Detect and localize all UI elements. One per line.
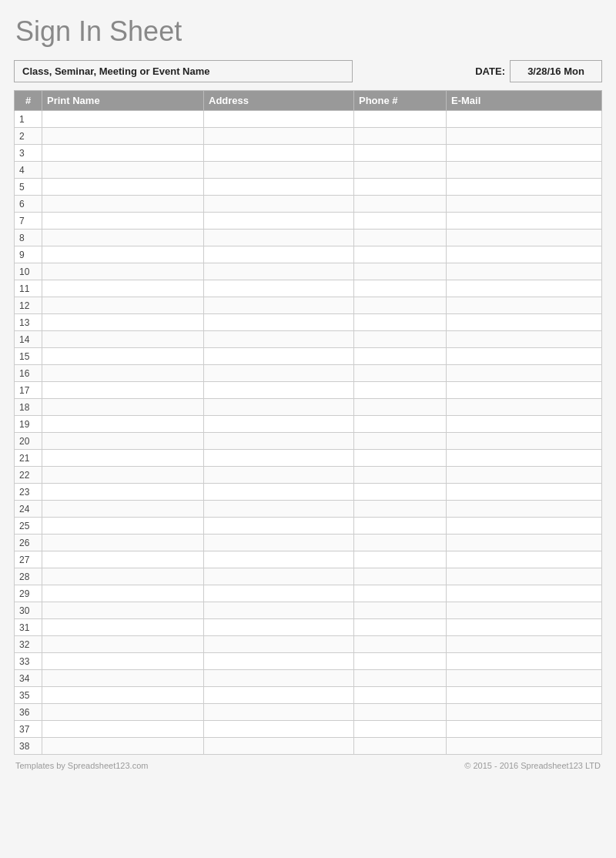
row-address (204, 670, 354, 687)
row-print-name (42, 314, 204, 331)
row-address (204, 145, 354, 162)
row-phone (354, 687, 447, 704)
row-print-name (42, 467, 204, 484)
date-label: DATE: (475, 65, 510, 77)
row-address (204, 348, 354, 365)
row-number: 25 (15, 518, 42, 535)
row-number: 38 (15, 738, 42, 755)
row-phone (354, 297, 447, 314)
row-phone (354, 450, 447, 467)
row-number: 5 (15, 179, 42, 196)
table-row: 21 (15, 450, 602, 467)
row-number: 19 (15, 416, 42, 433)
row-print-name (42, 602, 204, 619)
row-email (447, 619, 602, 636)
row-email (447, 670, 602, 687)
row-email (447, 484, 602, 501)
row-number: 34 (15, 670, 42, 687)
table-row: 1 (15, 111, 602, 128)
row-address (204, 653, 354, 670)
table-row: 10 (15, 263, 602, 280)
row-phone (354, 467, 447, 484)
row-address (204, 433, 354, 450)
table-row: 17 (15, 382, 602, 399)
row-email (447, 128, 602, 145)
row-print-name (42, 348, 204, 365)
row-address (204, 551, 354, 568)
row-print-name (42, 196, 204, 213)
table-row: 14 (15, 331, 602, 348)
table-row: 22 (15, 467, 602, 484)
row-phone (354, 162, 447, 179)
table-row: 25 (15, 518, 602, 535)
row-address (204, 314, 354, 331)
row-print-name (42, 619, 204, 636)
row-phone (354, 670, 447, 687)
row-address (204, 738, 354, 755)
row-number: 18 (15, 399, 42, 416)
row-number: 33 (15, 653, 42, 670)
table-row: 8 (15, 230, 602, 246)
row-number: 14 (15, 331, 42, 348)
table-row: 15 (15, 348, 602, 365)
row-email (447, 179, 602, 196)
table-row: 5 (15, 179, 602, 196)
row-phone (354, 263, 447, 280)
date-value: 3/28/16 Mon (510, 60, 602, 82)
row-print-name (42, 687, 204, 704)
row-print-name (42, 382, 204, 399)
row-email (447, 738, 602, 755)
row-phone (354, 280, 447, 297)
row-email (447, 399, 602, 416)
row-phone (354, 602, 447, 619)
row-address (204, 196, 354, 213)
row-email (447, 246, 602, 263)
row-print-name (42, 551, 204, 568)
row-address (204, 179, 354, 196)
row-phone (354, 704, 447, 721)
row-email (447, 111, 602, 128)
row-number: 8 (15, 230, 42, 246)
row-address (204, 585, 354, 602)
table-row: 35 (15, 687, 602, 704)
row-phone (354, 653, 447, 670)
row-address (204, 280, 354, 297)
row-print-name (42, 297, 204, 314)
row-address (204, 230, 354, 246)
row-print-name (42, 484, 204, 501)
row-phone (354, 213, 447, 230)
row-email (447, 585, 602, 602)
row-address (204, 365, 354, 382)
row-email (447, 501, 602, 518)
row-phone (354, 246, 447, 263)
row-number: 7 (15, 213, 42, 230)
row-number: 23 (15, 484, 42, 501)
event-name-box: Class, Seminar, Meeting or Event Name (14, 60, 353, 82)
row-number: 9 (15, 246, 42, 263)
row-email (447, 348, 602, 365)
table-row: 34 (15, 670, 602, 687)
table-row: 11 (15, 280, 602, 297)
table-row: 7 (15, 213, 602, 230)
table-row: 28 (15, 568, 602, 585)
row-address (204, 721, 354, 738)
table-row: 20 (15, 433, 602, 450)
row-email (447, 314, 602, 331)
row-print-name (42, 280, 204, 297)
row-print-name (42, 738, 204, 755)
row-print-name (42, 585, 204, 602)
row-email (447, 653, 602, 670)
row-address (204, 518, 354, 535)
row-email (447, 230, 602, 246)
row-number: 30 (15, 602, 42, 619)
header-row: Class, Seminar, Meeting or Event Name DA… (14, 60, 602, 82)
col-header-print-name: Print Name (42, 91, 204, 111)
row-number: 13 (15, 314, 42, 331)
row-number: 37 (15, 721, 42, 738)
table-row: 13 (15, 314, 602, 331)
row-email (447, 721, 602, 738)
row-number: 12 (15, 297, 42, 314)
row-address (204, 484, 354, 501)
row-print-name (42, 501, 204, 518)
row-print-name (42, 213, 204, 230)
